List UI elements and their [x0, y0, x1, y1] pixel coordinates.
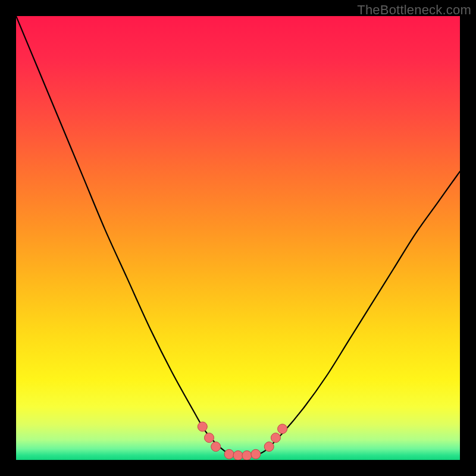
curve-layer	[16, 16, 460, 460]
left-marker-1	[198, 422, 207, 431]
left-marker-3	[211, 442, 221, 452]
left-marker-2	[205, 433, 214, 443]
flat-marker-3	[242, 451, 252, 460]
flat-marker-1	[224, 449, 234, 459]
flat-marker-2	[233, 451, 243, 460]
bottleneck-curve	[16, 16, 460, 456]
flat-marker-4	[251, 449, 261, 459]
right-marker-3	[278, 424, 287, 434]
right-marker-2	[271, 433, 280, 443]
chart-frame: TheBottleneck.com	[0, 0, 476, 476]
marker-group	[198, 422, 287, 460]
attribution-text: TheBottleneck.com	[357, 2, 471, 18]
right-marker-1	[264, 442, 274, 452]
plot-area	[16, 16, 460, 460]
